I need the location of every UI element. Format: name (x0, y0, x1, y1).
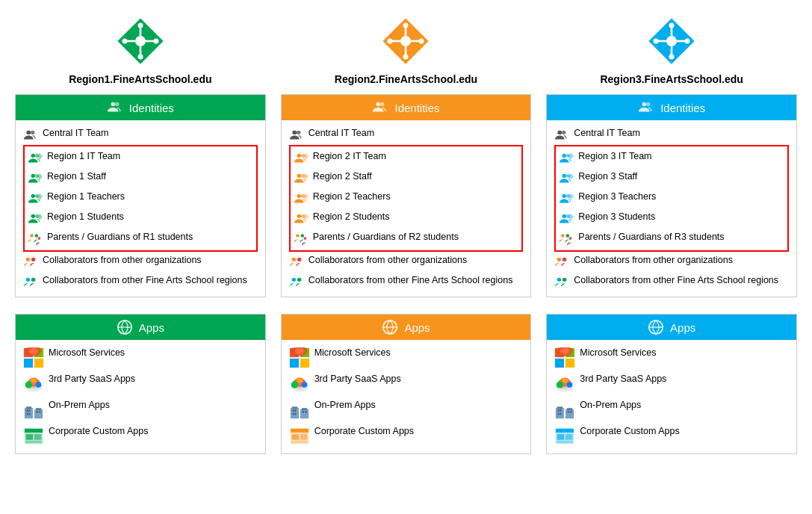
apps-header-region1: Apps (16, 315, 265, 340)
item-text: Collaborators from other organizations (309, 254, 468, 266)
apps-body-region1: Microsoft Services 3rd Party SaaS Apps (16, 340, 265, 453)
item-text: Region 1 Staff (47, 170, 106, 182)
svg-point-47 (30, 348, 37, 353)
svg-rect-63 (37, 411, 38, 413)
item-text: Region 2 Students (313, 211, 390, 223)
svg-point-81 (376, 102, 381, 107)
svg-rect-197 (558, 413, 560, 415)
svg-point-30 (30, 234, 34, 238)
apps-card-region3: Apps Microsoft Services 3rd Party SaaS A… (546, 314, 797, 454)
svg-rect-43 (34, 359, 43, 368)
svg-point-120 (297, 379, 302, 383)
region-highlight-region3: Region 3 IT Team Region 3 Staff Region 3… (554, 145, 789, 252)
svg-rect-67 (26, 434, 33, 439)
logo-region3 (645, 15, 698, 67)
identities-header-region1: Identities (16, 95, 265, 120)
svg-rect-129 (292, 413, 294, 415)
svg-point-190 (567, 382, 572, 387)
logo-region1 (114, 15, 167, 67)
svg-rect-57 (34, 409, 43, 418)
svg-point-18 (31, 154, 35, 158)
item-text: Region 1 Teachers (47, 191, 125, 202)
item-icon (289, 128, 304, 143)
item-icon (23, 400, 44, 421)
list-item: Region 3 IT Team (559, 148, 784, 168)
identities-card-region3: Identities Central IT Team Region 3 IT T… (546, 94, 797, 297)
svg-point-188 (562, 379, 568, 383)
item-icon (554, 128, 569, 143)
item-text: Region 3 Students (578, 211, 655, 223)
item-icon (559, 191, 574, 206)
item-text: Region 2 Teachers (313, 191, 391, 202)
svg-rect-194 (567, 408, 572, 410)
item-text: 3rd Party SaaS Apps (314, 373, 401, 385)
svg-point-79 (388, 39, 393, 44)
svg-rect-196 (560, 409, 562, 412)
list-item: Central IT Team (289, 125, 524, 145)
svg-point-172 (557, 278, 561, 282)
svg-point-84 (297, 131, 300, 134)
item-icon (554, 374, 575, 394)
item-text: Region 1 IT Team (47, 150, 120, 162)
item-text: Region 3 Teachers (578, 191, 656, 202)
item-text: Collaborators from other Fine Arts Schoo… (309, 274, 513, 286)
svg-point-169 (557, 258, 561, 261)
region-highlight-region2: Region 2 IT Team Region 2 Staff Region 2… (289, 145, 524, 252)
identities-header-region3: Identities (547, 95, 796, 120)
svg-rect-64 (39, 411, 40, 413)
item-icon (28, 211, 43, 226)
identities-body-region2: Central IT Team Region 2 IT Team Region … (282, 120, 531, 297)
svg-rect-199 (568, 411, 569, 413)
item-text: Parents / Guardians of R2 students (313, 231, 459, 243)
item-icon (294, 151, 309, 166)
svg-point-21 (31, 174, 35, 178)
svg-point-36 (26, 278, 30, 282)
list-item: Region 1 Teachers (28, 188, 253, 208)
svg-point-16 (31, 131, 34, 134)
item-icon (23, 347, 44, 368)
svg-point-157 (562, 174, 566, 178)
item-text: 3rd Party SaaS Apps (49, 373, 135, 385)
item-icon (23, 426, 44, 447)
svg-rect-192 (557, 406, 562, 409)
item-icon (23, 374, 44, 394)
list-item: Corporate Custom Apps (23, 423, 258, 449)
item-icon (23, 275, 38, 290)
item-text: Corporate Custom Apps (49, 425, 148, 437)
list-item: Collaborators from other organizations (23, 252, 258, 272)
svg-point-14 (115, 102, 120, 107)
item-text: 3rd Party SaaS Apps (580, 373, 666, 385)
svg-rect-134 (291, 429, 309, 433)
svg-rect-126 (301, 408, 306, 410)
item-icon (559, 211, 574, 226)
item-text: On-Prem Apps (314, 399, 376, 411)
list-item: Parents / Guardians of R3 students (559, 229, 784, 249)
item-icon (294, 191, 309, 206)
svg-point-24 (31, 194, 35, 198)
list-item: Region 2 IT Team (294, 148, 519, 168)
item-text: Corporate Custom Apps (580, 425, 679, 437)
item-text: Central IT Team (574, 127, 639, 139)
svg-point-115 (296, 348, 303, 353)
item-text: Collaborators from other organizations (574, 254, 733, 266)
svg-rect-193 (565, 409, 574, 418)
item-icon (28, 232, 43, 247)
apps-body-region3: Microsoft Services 3rd Party SaaS Apps (547, 340, 796, 453)
item-icon (554, 426, 575, 447)
svg-rect-138 (291, 442, 307, 443)
svg-point-12 (153, 39, 158, 44)
svg-point-160 (562, 194, 566, 198)
column-region2: Region2.FineArtsSchool.edu Identities Ce… (281, 15, 532, 454)
identities-card-region2: Identities Central IT Team Region 2 IT T… (281, 94, 532, 297)
svg-point-34 (31, 258, 35, 261)
identities-header-region2: Identities (282, 95, 531, 120)
svg-point-77 (403, 23, 409, 28)
list-item: Parents / Guardians of R2 students (294, 229, 519, 249)
svg-rect-135 (291, 434, 298, 439)
item-icon (294, 211, 309, 226)
svg-point-140 (666, 36, 677, 46)
domain-title-region1: Region1.FineArtsSchool.edu (69, 73, 211, 85)
svg-point-150 (646, 102, 651, 107)
svg-rect-111 (300, 359, 309, 368)
svg-point-149 (642, 102, 647, 107)
